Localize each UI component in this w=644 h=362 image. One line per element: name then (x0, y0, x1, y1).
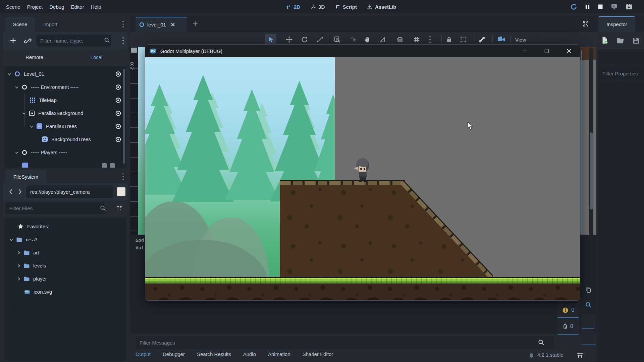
visibility-eye-icon[interactable] (115, 84, 121, 90)
scene-tree-menu-icon[interactable] (122, 37, 124, 44)
stop-button[interactable] (598, 4, 603, 9)
load-resource-icon[interactable] (616, 38, 624, 44)
close-window-icon[interactable] (558, 45, 580, 57)
snap-options-menu-icon[interactable] (429, 36, 431, 43)
tab-output[interactable]: Output (136, 351, 151, 357)
tab-audio[interactable]: Audio (243, 351, 256, 357)
tab-debugger[interactable]: Debugger (163, 351, 185, 357)
tab-filesystem[interactable]: FileSystem (5, 170, 46, 183)
tree-row-level01[interactable]: Level_01 (5, 67, 126, 80)
maximize-window-icon[interactable] (536, 45, 558, 57)
local-button[interactable]: Local (65, 49, 127, 65)
warning-count-badge[interactable]: 0 (557, 303, 579, 318)
menu-help[interactable]: Help (88, 4, 105, 10)
instance-scene-icon[interactable] (24, 37, 32, 45)
grid-snap-icon[interactable] (413, 36, 420, 43)
scene-filter-input[interactable] (36, 35, 111, 47)
add-node-icon[interactable] (9, 37, 17, 44)
node-history-bar[interactable] (598, 52, 644, 64)
tree-row-partial[interactable] (5, 159, 126, 168)
folder-row-res[interactable]: res:// (5, 233, 126, 246)
tab-inspector[interactable]: Inspector (598, 16, 635, 32)
menu-project[interactable]: Project (24, 4, 46, 10)
tree-row-backgroundtrees[interactable]: BackgroundTrees (5, 133, 126, 146)
workspace-script-button[interactable]: Script (335, 4, 357, 10)
tab-level-01[interactable]: level_01 (136, 17, 186, 32)
new-scene-tab-icon[interactable] (192, 20, 199, 27)
pan-tool-icon[interactable] (364, 36, 371, 43)
movie-maker-button[interactable] (625, 3, 633, 10)
notifications-bell-icon[interactable] (529, 353, 534, 359)
expand-bottom-panel-icon[interactable] (576, 353, 584, 359)
remote-debug-icon[interactable] (610, 3, 618, 10)
chevron-down-icon[interactable] (15, 150, 19, 155)
visibility-eye-icon[interactable] (115, 110, 121, 116)
scene-tree-scrollbar[interactable] (123, 68, 125, 166)
forward-icon[interactable] (18, 189, 22, 195)
filter-properties-input[interactable] (598, 67, 644, 80)
rotate-tool-icon[interactable] (301, 36, 308, 43)
debug-window-titlebar[interactable]: Godot Multiplayer (DEBUG) (145, 45, 580, 57)
selectable-pick-icon[interactable] (350, 36, 357, 43)
visibility-eye-icon[interactable] (115, 71, 121, 77)
tab-node[interactable]: Node (637, 16, 644, 32)
tab-scene[interactable]: Scene (5, 17, 35, 32)
group-icon[interactable] (460, 36, 467, 43)
smart-snap-icon[interactable] (396, 36, 403, 43)
lock-icon[interactable] (446, 36, 452, 43)
tab-search-results[interactable]: Search Results (197, 351, 231, 357)
workspace-assetlib-button[interactable]: AssetLib (367, 4, 396, 10)
chevron-right-icon[interactable] (17, 277, 21, 281)
new-resource-icon[interactable] (601, 37, 608, 44)
tab-animation[interactable]: Animation (268, 351, 290, 357)
ruler-tool-icon[interactable] (379, 36, 386, 43)
chevron-down-icon[interactable] (9, 238, 13, 242)
chevron-down-icon[interactable] (7, 72, 11, 76)
edit-count-badge[interactable]: 0 (557, 319, 579, 335)
chevron-right-icon[interactable] (17, 264, 21, 268)
filter-messages-input[interactable] (136, 336, 554, 349)
view-menu-button[interactable]: View (515, 37, 526, 42)
tab-shader-editor[interactable]: Shader Editor (303, 351, 333, 357)
copy-log-icon[interactable] (582, 284, 595, 296)
visibility-eye-icon[interactable] (115, 97, 121, 103)
skeleton-bone-icon[interactable] (478, 36, 486, 43)
tree-row-environment[interactable]: ----- Environment ----- (5, 80, 126, 94)
debug-game-window[interactable]: Godot Multiplayer (DEBUG) (145, 44, 580, 301)
tab-import[interactable]: Import (36, 17, 65, 32)
back-icon[interactable] (9, 189, 13, 195)
folder-row-player[interactable]: player (5, 272, 126, 285)
tree-row-parallaxtrees[interactable]: ParallaxTrees (5, 120, 126, 133)
log-filter-toggle[interactable] (582, 330, 595, 345)
folder-row-art[interactable]: art (5, 246, 126, 259)
list-select-icon[interactable] (334, 36, 341, 43)
filesystem-path-field[interactable] (26, 185, 113, 198)
tree-row-tilemap[interactable]: TileMap (5, 94, 126, 107)
select-tool-button[interactable] (265, 34, 276, 45)
chevron-right-icon[interactable] (17, 251, 21, 255)
file-row-icon-svg[interactable]: icon.svg (5, 285, 126, 298)
workspace-3d-button[interactable]: 3D (310, 4, 325, 10)
current-file-thumbnail[interactable] (117, 187, 125, 196)
move-tool-icon[interactable] (286, 36, 292, 43)
sort-files-icon[interactable] (116, 204, 123, 211)
expand-viewport-icon[interactable] (582, 20, 589, 27)
save-icon[interactable] (633, 37, 640, 44)
chevron-down-icon[interactable] (15, 85, 19, 89)
filter-files-input[interactable] (5, 202, 105, 214)
chevron-down-icon[interactable] (22, 111, 26, 115)
menu-scene[interactable]: Scene (3, 4, 24, 10)
chevron-down-icon[interactable] (30, 124, 34, 128)
folder-row-levels[interactable]: levels (5, 259, 126, 272)
visibility-eye-icon[interactable] (115, 123, 121, 129)
camera-override-icon[interactable] (497, 36, 505, 43)
pause-button[interactable] (585, 4, 590, 10)
search-log-icon[interactable] (582, 298, 595, 311)
remote-button[interactable]: Remote (3, 49, 65, 65)
menu-debug[interactable]: Debug (46, 4, 67, 10)
tree-row-parallaxbackground[interactable]: ParallaxBackground (5, 107, 126, 120)
close-tab-icon[interactable] (171, 22, 175, 27)
workspace-2d-button[interactable]: 2D (286, 4, 300, 10)
favorites-row[interactable]: Favorites: (5, 220, 126, 233)
restart-button[interactable] (570, 3, 577, 10)
